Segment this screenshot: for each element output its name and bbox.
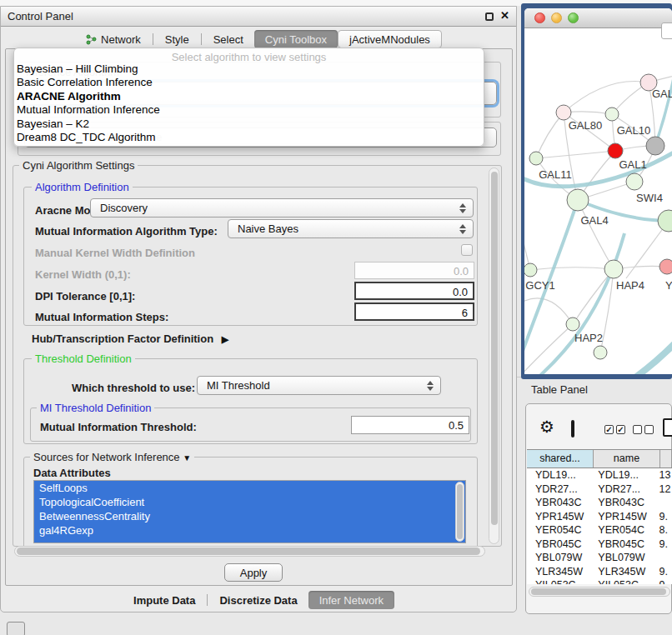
- table-row[interactable]: YLR345WYLR345W9.: [527, 565, 672, 579]
- tab-jactivemnodules[interactable]: jActiveMNodules: [338, 30, 442, 48]
- minimize-traffic-light-icon[interactable]: [551, 12, 562, 23]
- algorithm-popup-list: Bayesian – Hill ClimbingBasic Correlatio…: [14, 62, 484, 144]
- algorithm-option[interactable]: Dream8 DC_TDC Algorithm: [14, 131, 484, 144]
- attribute-list-items: SelfLoopsTopologicalCoefficientBetweenne…: [34, 481, 465, 538]
- table-cell: YIL053C: [591, 578, 655, 584]
- dpi-tolerance-field[interactable]: 0.0: [354, 282, 474, 300]
- table-cell: YBR043C: [527, 496, 591, 510]
- deselect-all-columns-icon[interactable]: [633, 425, 654, 434]
- collapsed-arrow-icon: ▶: [222, 334, 228, 344]
- kernel-width-field[interactable]: 0.0: [354, 262, 474, 279]
- columns-icon[interactable]: [571, 420, 574, 438]
- network-node[interactable]: [594, 346, 607, 359]
- stepper-icon: [424, 381, 437, 391]
- algorithm-option[interactable]: ARACNE Algorithm: [14, 90, 484, 103]
- table-horizontal-scrollbar[interactable]: [529, 587, 670, 597]
- tab-label: Network: [101, 33, 141, 46]
- mi-steps-field[interactable]: 6: [354, 302, 474, 321]
- tab-cyni-toolbox[interactable]: Cyni Toolbox: [254, 30, 338, 48]
- network-node[interactable]: [626, 173, 643, 190]
- aracne-mode-combo[interactable]: Discovery: [90, 198, 474, 218]
- table-cell: YBR045C: [591, 538, 655, 552]
- algorithm-dropdown-popup: Select algorithm to view settings Bayesi…: [13, 48, 484, 147]
- algorithm-option[interactable]: Mutual Information Inference: [14, 103, 484, 117]
- tab-network[interactable]: Network: [75, 30, 152, 48]
- network-edge: [564, 82, 649, 113]
- hub-definition-toggle[interactable]: Hub/Transcription Factor Definition ▶: [32, 332, 228, 345]
- minimized-panel-icon[interactable]: [7, 622, 25, 635]
- float-window-icon[interactable]: [485, 12, 494, 21]
- gear-icon[interactable]: ⚙: [539, 418, 554, 435]
- attribute-list-item[interactable]: BetweennessCentrality: [34, 509, 465, 523]
- manual-kernel-width-checkbox[interactable]: [461, 244, 473, 256]
- select-all-columns-icon[interactable]: ✓ ✓: [604, 425, 625, 434]
- tab-separator: [153, 33, 153, 45]
- algorithm-option[interactable]: Basic Correlation Inference: [14, 76, 484, 89]
- attribute-list-item[interactable]: TopologicalCoefficient: [34, 495, 465, 509]
- network-node[interactable]: [608, 143, 623, 158]
- mi-algorithm-type-label: Mutual Information Algorithm Type:: [35, 225, 218, 238]
- document-icon[interactable]: [663, 418, 672, 437]
- table-cell: YPR145W: [591, 510, 655, 524]
- unchecked-box-icon: [644, 425, 654, 434]
- table-row[interactable]: YBR043CYBR043C: [527, 496, 672, 510]
- zoom-traffic-light-icon[interactable]: [568, 12, 579, 23]
- network-node[interactable]: [556, 105, 571, 120]
- settings-vertical-scrollbar[interactable]: [489, 168, 499, 544]
- table-cell: 9.: [656, 538, 672, 552]
- algorithm-option[interactable]: Bayesian – Hill Climbing: [14, 62, 484, 76]
- mi-algorithm-type-combo[interactable]: Naive Bayes: [228, 219, 474, 238]
- settings-horizontal-scrollbar[interactable]: [14, 546, 485, 557]
- mi-threshold-value: 0.5: [449, 419, 464, 432]
- table-cell: 9.: [656, 565, 672, 579]
- attribute-list-item[interactable]: SelfLoops: [34, 481, 465, 495]
- table-cell: 9: [656, 578, 672, 584]
- tab-infer-network[interactable]: Infer Network: [308, 591, 394, 609]
- network-corner-widget: [661, 22, 672, 39]
- mi-threshold-field[interactable]: 0.5: [351, 416, 469, 434]
- network-node[interactable]: [659, 259, 672, 274]
- table-column-header[interactable]: name: [594, 450, 660, 468]
- tab-style[interactable]: Style: [154, 30, 200, 48]
- close-traffic-light-icon[interactable]: [534, 12, 545, 23]
- node-label: HAP2: [574, 332, 603, 344]
- data-attributes-list[interactable]: SelfLoopsTopologicalCoefficientBetweenne…: [33, 480, 466, 543]
- table-column-header[interactable]: shared...: [527, 450, 594, 468]
- algorithm-option[interactable]: Bayesian – K2: [14, 118, 484, 131]
- node-label: GAL4: [580, 214, 608, 227]
- sources-title[interactable]: Sources for Network Inference ▼: [30, 451, 194, 463]
- table-row[interactable]: YER054CYER054C8.: [527, 523, 672, 538]
- apply-button[interactable]: Apply: [224, 563, 283, 582]
- network-node[interactable]: [566, 318, 579, 331]
- table-row[interactable]: YPR145WYPR145W9.: [527, 510, 672, 524]
- stepper-icon: [456, 203, 469, 213]
- table-cell: YBR043C: [591, 496, 655, 510]
- network-node[interactable]: [529, 152, 543, 165]
- table-row[interactable]: YBR045CYBR045C9.: [527, 538, 672, 552]
- attribute-list-item[interactable]: gal4RGexp: [34, 523, 465, 538]
- tab-impute-data[interactable]: Impute Data: [123, 591, 206, 609]
- cyni-settings-scrollpane: Algorithm Definition Aracne Mode: Discov…: [13, 166, 501, 546]
- network-node[interactable]: [604, 260, 623, 278]
- tab-discretize-data[interactable]: Discretize Data: [208, 591, 308, 609]
- table-row[interactable]: YDR27...YDR27...12: [527, 482, 672, 497]
- network-node[interactable]: [605, 108, 619, 121]
- network-window-titlebar[interactable]: [524, 8, 672, 28]
- table-cell: YER054C: [527, 523, 591, 538]
- network-node[interactable]: [524, 263, 537, 277]
- network-canvas[interactable]: GALGAL80GAL10GAL1GAL11SWI4GAL4GCY1HAP4YH…: [524, 28, 672, 374]
- network-node[interactable]: [646, 137, 664, 155]
- network-edge: [530, 268, 614, 270]
- table-panel-title: Table Panel: [531, 383, 588, 396]
- close-icon[interactable]: ✕: [500, 9, 509, 22]
- table-column-header[interactable]: [660, 450, 672, 468]
- list-scrollbar[interactable]: [455, 482, 464, 542]
- table-row[interactable]: YDL19...YDL19...13: [527, 468, 672, 482]
- which-threshold-combo[interactable]: MI Threshold: [197, 376, 441, 395]
- table-row[interactable]: YIL053CYIL053C9: [527, 578, 672, 584]
- network-node[interactable]: [658, 210, 672, 232]
- tab-select[interactable]: Select: [203, 30, 254, 48]
- table-row[interactable]: YBL079WYBL079W: [527, 551, 672, 565]
- node-label: GAL1: [619, 158, 646, 171]
- network-node[interactable]: [567, 189, 589, 211]
